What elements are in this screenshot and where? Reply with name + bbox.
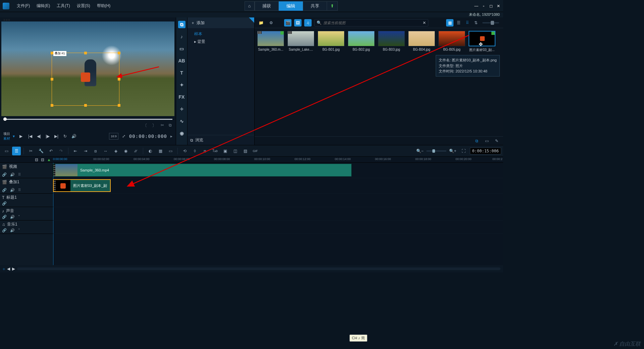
tab-share[interactable]: 共享 <box>303 1 327 11</box>
undo-icon[interactable]: ↶ <box>47 147 55 155</box>
menu-settings[interactable]: 设置(S) <box>73 3 94 9</box>
chapter-icon[interactable]: ▭ <box>166 147 175 155</box>
tab-capture[interactable]: 捕获 <box>255 1 279 11</box>
trim-right-icon[interactable]: ⇥ <box>81 147 90 155</box>
gear-icon[interactable]: ⚙ <box>267 19 275 27</box>
motion-track-icon[interactable]: ⟲ <box>180 147 189 155</box>
preview-canvas[interactable]: 叠加 #1 <box>1 21 174 116</box>
thumb-item[interactable]: Sample_Lake.... <box>287 31 314 52</box>
add-button[interactable]: ＋添加 <box>187 20 208 26</box>
media-tab-icon[interactable]: ⧉ <box>178 21 185 28</box>
grip-icon[interactable]: ⠿⠿⠿ <box>1 19 174 21</box>
volume-button[interactable]: 🔊 <box>70 133 77 140</box>
clip-video[interactable]: Sample_360.mp4 <box>53 164 352 177</box>
search-input[interactable]: 🔍 ✕ <box>314 19 428 27</box>
maximize-button[interactable]: ◻ <box>489 4 493 8</box>
seekbar[interactable] <box>1 116 174 123</box>
tracks-area[interactable]: Sample_360.mp4 图片素材03_副本_副 <box>53 163 503 265</box>
import-icon[interactable]: 📁 <box>257 19 265 27</box>
marker-icon[interactable]: ◈ <box>111 147 120 155</box>
thumb-size-slider[interactable] <box>482 22 499 23</box>
title-tab-icon[interactable]: AB <box>178 57 185 64</box>
view-grid-icon[interactable]: ▦ <box>446 19 453 27</box>
view-list-icon[interactable]: ☰ <box>455 19 462 27</box>
t3d-icon[interactable]: T₃ᴅ <box>211 147 219 155</box>
ar-tab-icon[interactable]: ◉ <box>178 130 185 137</box>
view-thumb-icon[interactable]: ⠿ <box>464 19 471 27</box>
wrench-icon[interactable]: 🔧 <box>37 147 45 155</box>
restore-button[interactable]: ▫ <box>482 4 486 8</box>
zoom-out-icon[interactable]: 🔍− <box>416 147 424 155</box>
browse-button[interactable]: 浏览 <box>195 137 203 143</box>
stretch-icon[interactable]: ↔ <box>101 147 110 155</box>
filter-audio-icon[interactable]: ♫ <box>304 19 312 27</box>
mask-icon[interactable]: ◊ <box>191 147 199 155</box>
trim-left-icon[interactable]: ⇤ <box>71 147 80 155</box>
loop-button[interactable]: ↻ <box>62 133 68 140</box>
crop-icon[interactable]: ⧈ <box>201 147 209 155</box>
color-tab-icon[interactable]: ✧ <box>178 105 185 113</box>
footer-btn-3[interactable]: ✎ <box>493 137 500 145</box>
filter-video-icon[interactable]: 🎬 <box>284 19 291 27</box>
menu-file[interactable]: 文件(F) <box>13 3 33 9</box>
play-button[interactable]: ▶ <box>17 132 25 140</box>
audio-mix-icon[interactable]: ⫻ <box>131 147 140 155</box>
grid-icon[interactable]: ▦ <box>156 147 165 155</box>
color-icon[interactable]: ◉ <box>121 147 130 155</box>
thumb-item[interactable]: BG-B01.jpg <box>318 31 344 52</box>
track-music-head[interactable]: ♫音乐1 🔗🔊˅ <box>0 220 53 234</box>
redo-icon[interactable]: ↷ <box>57 147 65 155</box>
track-overlay-head[interactable]: 🎬叠加1 🔗🔊⠿ <box>0 178 53 194</box>
footer-btn-1[interactable]: ⧉ <box>473 137 480 145</box>
menu-edit[interactable]: 编辑(E) <box>33 3 53 9</box>
pin-icon[interactable] <box>249 17 254 23</box>
minimize-button[interactable]: — <box>474 4 478 8</box>
ruler-btn-1[interactable]: ⊟ <box>35 157 38 162</box>
thumb-item[interactable]: BG-B04.jpg <box>408 31 435 52</box>
track-title-head[interactable]: T标题1 🔗 <box>0 194 53 207</box>
browse-icon[interactable]: ⧉ <box>190 138 193 143</box>
menu-help[interactable]: 帮助(H) <box>94 3 114 9</box>
zoom-in-icon[interactable]: 🔍+ <box>448 147 457 155</box>
thumb-item[interactable]: BG-B03.jpg <box>378 31 405 52</box>
goto-start-button[interactable]: |◀ <box>27 133 34 140</box>
tree-sample[interactable]: 样本 <box>191 30 251 38</box>
selection-box[interactable] <box>52 53 119 106</box>
track-video-head[interactable]: 🎬视频 🔗🔊⠿ <box>0 163 53 178</box>
scissors-icon[interactable]: ✂ <box>161 123 164 129</box>
text-tab-icon[interactable]: T <box>178 69 185 77</box>
ruler-btn-3[interactable]: ▲ <box>47 157 51 162</box>
pan-zoom-icon[interactable]: ▣ <box>221 147 229 155</box>
clear-search-icon[interactable]: ✕ <box>423 20 426 25</box>
mark-in-icon[interactable]: 〔 <box>143 123 147 129</box>
zoom-slider[interactable] <box>426 150 446 152</box>
gif-icon[interactable]: GIF <box>251 147 260 155</box>
story-view-icon[interactable]: ▭ <box>2 147 11 155</box>
mode-project[interactable]: 项目 <box>3 132 10 136</box>
expand-icon[interactable]: ⤢ <box>120 133 127 140</box>
clip-overlay[interactable]: 图片素材03_副本_副 <box>53 179 111 192</box>
close-button[interactable]: ✕ <box>496 4 500 8</box>
aspect-badge[interactable]: 16:9 <box>109 133 118 140</box>
tab-home[interactable]: ⌂ <box>245 1 255 11</box>
timeline-view-icon[interactable]: ☰ <box>12 147 21 155</box>
transition-tab-icon[interactable]: ▭ <box>178 45 185 52</box>
thumb-item[interactable]: Sample_360.m... <box>257 31 284 52</box>
timeline-timecode[interactable]: 0:00:15:006 <box>470 148 501 154</box>
mark-out-icon[interactable]: 〕 <box>152 123 156 129</box>
goto-end-button[interactable]: ▶| <box>53 133 60 140</box>
stabilize-icon[interactable]: ▨ <box>241 147 250 155</box>
ruler-btn-2[interactable]: ⊟ <box>41 157 44 162</box>
frame-fwd-button[interactable]: |▶ <box>44 133 51 140</box>
thumb-item[interactable]: BG-B02.jpg <box>348 31 375 52</box>
h-scrollbar[interactable] <box>17 267 500 270</box>
track-sound-head[interactable]: ♪声音 🔗🔊˅ <box>0 207 53 220</box>
overlay-tab-icon[interactable]: ✦ <box>178 81 185 89</box>
tree-background[interactable]: ▸ 背景 <box>191 38 251 46</box>
footer-btn-2[interactable]: ▭ <box>483 137 490 145</box>
menu-tools[interactable]: 工具(T) <box>53 3 73 9</box>
audio-tab-icon[interactable]: ♪ <box>178 33 185 40</box>
upload-icon[interactable]: ⬆ <box>327 1 338 11</box>
timeline-ruler[interactable]: ⊟ ⊟ ▲ 0:00:00:00 00:00:02:00 00:00:04:00… <box>0 157 503 163</box>
filter-photo-icon[interactable]: 🖼 <box>294 19 302 27</box>
